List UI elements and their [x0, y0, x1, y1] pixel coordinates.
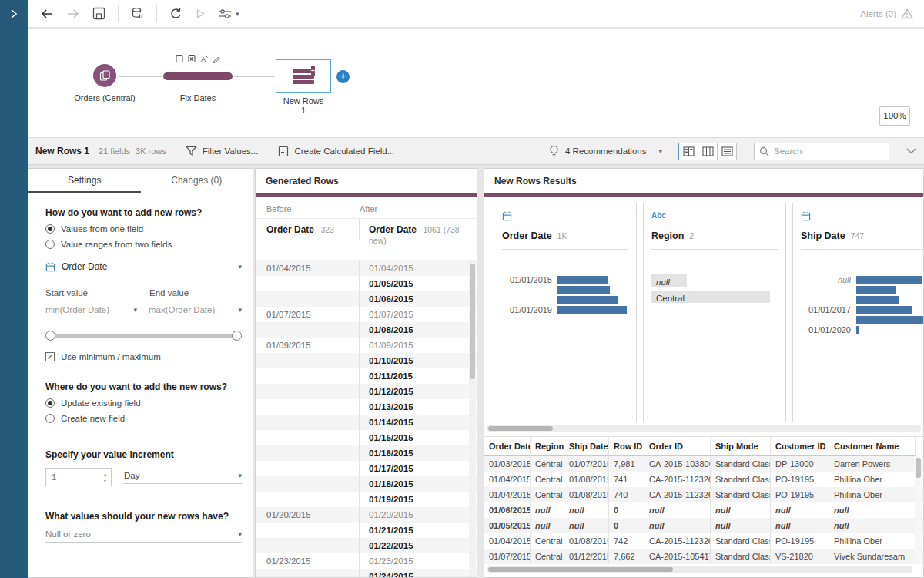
histogram-bar[interactable]: [856, 316, 923, 324]
grid-cell[interactable]: Standard Class: [711, 472, 771, 487]
histogram-bar[interactable]: [856, 286, 896, 294]
grid-cell[interactable]: PO-19195: [771, 533, 829, 549]
grid-cell[interactable]: null: [711, 518, 771, 533]
scrollbar-thumb[interactable]: [488, 567, 673, 572]
grid-cell[interactable]: 01/06/2015: [484, 502, 531, 518]
grid-cell[interactable]: CA-2015-105417: [644, 549, 711, 564]
grid-cell[interactable]: Vivek Sundaresam: [829, 549, 916, 564]
grid-cell[interactable]: CA-2015-112326: [644, 487, 711, 502]
histogram-bar[interactable]: [557, 306, 627, 314]
grid-cell[interactable]: 01/07/2015: [484, 549, 531, 564]
grid-cell[interactable]: 0: [609, 502, 644, 518]
grid-cell[interactable]: Phillina Ober: [829, 472, 916, 487]
checkbox-checked[interactable]: ✓: [45, 352, 55, 361]
radio-unselected[interactable]: [45, 240, 55, 249]
generated-row[interactable]: 01/17/2015: [256, 461, 477, 476]
grid-cell[interactable]: 01/04/2015: [484, 472, 531, 487]
grid-cell[interactable]: Standard Class: [711, 456, 771, 472]
field-dropdown[interactable]: Order Date ▾: [45, 261, 242, 277]
grid-column-header[interactable]: Order Date: [484, 437, 531, 456]
grid-column-header[interactable]: Customer ID: [771, 437, 829, 456]
grid-column-header[interactable]: Customer Name: [829, 437, 916, 456]
grid-column-header[interactable]: Ship Date: [564, 437, 609, 456]
grid-cell[interactable]: CA-2015-112326: [644, 533, 711, 549]
radio-unselected[interactable]: [45, 414, 55, 423]
generated-row[interactable]: 01/19/2015: [256, 492, 477, 507]
tab-settings[interactable]: Settings: [28, 169, 141, 193]
profile-view-button[interactable]: [678, 143, 698, 160]
grid-cell[interactable]: Standard Class: [711, 533, 771, 549]
grid-cell[interactable]: PO-19195: [771, 487, 829, 502]
grid-cell[interactable]: 01/03/2015: [484, 456, 531, 472]
field-card-order-date[interactable]: Order Date1K01/01/201501/01/2019: [494, 203, 637, 422]
grid-cell[interactable]: null: [564, 518, 609, 533]
grid-cell[interactable]: VS-21820: [771, 549, 829, 564]
generated-row[interactable]: 01/16/2015: [256, 445, 477, 461]
grid-cell[interactable]: Standard Class: [711, 549, 771, 564]
option-create-new-field[interactable]: Create new field: [45, 414, 242, 423]
refresh-button[interactable]: [163, 3, 189, 25]
grid-column-header[interactable]: Ship Mode: [711, 437, 771, 456]
field-card-region[interactable]: AbcRegion2nullCentral: [643, 203, 786, 422]
grid-cell[interactable]: null: [531, 502, 564, 518]
collapse-panel-button[interactable]: [906, 148, 916, 154]
radio-selected[interactable]: [45, 398, 55, 408]
grid-cell[interactable]: null: [644, 502, 711, 518]
generated-row[interactable]: 01/18/2015: [256, 476, 477, 492]
grid-cell[interactable]: 740: [609, 487, 644, 502]
option-update-existing-field[interactable]: Update existing field: [45, 398, 242, 408]
stepper-down-icon[interactable]: ▾: [104, 478, 106, 483]
grid-cell[interactable]: 01/08/2015: [564, 472, 609, 487]
generated-row[interactable]: 01/10/2015: [256, 353, 477, 368]
grid-cell[interactable]: 01/04/2015: [484, 533, 531, 549]
grid-cell[interactable]: null: [829, 502, 916, 518]
grid-cell[interactable]: 01/08/2015: [564, 487, 609, 502]
end-value-dropdown[interactable]: max(Order Date) ▾: [149, 305, 242, 318]
grid-cell[interactable]: null: [771, 518, 829, 533]
generated-row[interactable]: 01/20/201501/20/2015: [256, 507, 477, 523]
grid-cell[interactable]: null: [644, 518, 711, 533]
grid-cell[interactable]: 741: [609, 472, 644, 487]
clean-step-node-fix-dates[interactable]: [163, 72, 233, 80]
radio-selected[interactable]: [45, 224, 55, 234]
grid-cell[interactable]: CA-2015-103800: [644, 456, 711, 472]
scrollbar-thumb[interactable]: [488, 426, 553, 431]
grid-cell[interactable]: Phillina Ober: [829, 487, 916, 502]
generated-row[interactable]: 01/13/2015: [256, 399, 477, 415]
grid-cell[interactable]: 01/05/2015: [484, 518, 531, 533]
undo-button[interactable]: [34, 3, 60, 25]
grid-cell[interactable]: Central: [531, 472, 564, 487]
grid-cell[interactable]: null: [531, 518, 564, 533]
histogram-bar[interactable]: [856, 276, 922, 284]
histogram-bar[interactable]: [557, 296, 618, 304]
input-node-orders[interactable]: [93, 64, 116, 87]
start-value-dropdown[interactable]: min(Order Date) ▾: [45, 305, 137, 318]
tab-changes[interactable]: Changes (0): [141, 169, 253, 193]
generated-row[interactable]: 01/23/201501/23/2015: [256, 553, 477, 569]
grid-cell[interactable]: 7,981: [609, 456, 644, 472]
flow-settings-button[interactable]: ▾: [212, 3, 246, 25]
grid-row[interactable]: 01/06/2015nullnull0nullnullnullnull: [484, 502, 923, 518]
generated-row[interactable]: 01/07/201501/07/2015: [256, 307, 477, 322]
grid-cell[interactable]: 01/07/2015: [564, 456, 609, 472]
generated-row[interactable]: 01/05/2015: [256, 276, 477, 291]
new-row-values-dropdown[interactable]: Null or zero ▾: [45, 529, 242, 543]
generated-row[interactable]: 01/14/2015: [256, 415, 477, 430]
add-step-button[interactable]: +: [336, 70, 350, 83]
grid-cell[interactable]: CA-2015-112326: [644, 472, 711, 487]
pause-data-updates-button[interactable]: [125, 3, 150, 25]
histogram-bar[interactable]: [856, 306, 912, 314]
option-value-ranges[interactable]: Value ranges from two fields: [45, 240, 242, 249]
grid-cell[interactable]: Central: [531, 549, 564, 564]
histogram-bar[interactable]: [856, 326, 859, 334]
new-rows-node-selected[interactable]: +: [276, 59, 331, 93]
grid-cell[interactable]: 742: [609, 533, 644, 549]
grid-cell[interactable]: 01/12/2015: [564, 549, 609, 564]
grid-cell[interactable]: Central: [531, 487, 564, 502]
run-flow-button[interactable]: [189, 3, 212, 25]
generated-row[interactable]: 01/09/201501/09/2015: [256, 338, 477, 353]
grid-cell[interactable]: PO-19195: [771, 472, 829, 487]
histogram-bar[interactable]: [557, 276, 608, 284]
grid-column-header[interactable]: Order ID: [644, 437, 711, 456]
zoom-level-button[interactable]: 100%: [879, 106, 910, 126]
